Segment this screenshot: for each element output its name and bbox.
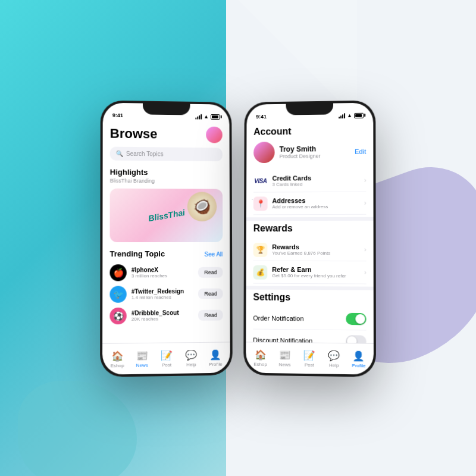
bar4r [344, 113, 345, 118]
bar3 [199, 115, 200, 120]
profile-label-right: Profile [352, 362, 365, 368]
account-screen: Account Troy Smith Product Designer Edit [246, 120, 374, 343]
avatar-circle[interactable] [206, 127, 223, 143]
browse-header: Browse [110, 126, 223, 143]
section-divider-1 [246, 217, 374, 221]
visa-icon: VISA [253, 176, 268, 186]
news-icon: 📰 [136, 350, 148, 361]
battery-icon-right [354, 112, 364, 118]
refer-title: Refer & Earn [272, 266, 359, 274]
trend-reach-2: 1.4 million reaches [131, 295, 194, 300]
post-icon-right: 📝 [303, 349, 315, 361]
user-name: Troy Smith [280, 145, 350, 154]
refer-row[interactable]: 💰 Refer & Earn Get $5.00 for every frien… [253, 261, 366, 284]
trend-name-2: #Twitter_Redesign [131, 288, 194, 295]
addresses-row[interactable]: 📍 Addresses Add or remove an address › [253, 192, 367, 215]
trend-item-2: 🐦 #Twitter_Redesign 1.4 million reaches … [109, 286, 223, 303]
toggle-knob-discount [347, 336, 356, 343]
post-label-right: Post [305, 362, 314, 367]
eshop-icon: 🏠 [111, 350, 123, 362]
refer-info: Refer & Earn Get $5.00 for every friend … [272, 266, 359, 279]
browse-screen: Browse 🔍 Search Topics Highlights BlissT… [102, 120, 230, 343]
refer-icon: 💰 [253, 267, 268, 277]
chevron-addresses: › [364, 200, 366, 206]
edit-button[interactable]: Edit [355, 148, 366, 155]
signal-icon [195, 114, 202, 120]
trend-icon-dribbble: ⚽ [109, 308, 126, 325]
credit-cards-row[interactable]: VISA Credit Cards 3 Cards linked › [253, 170, 366, 193]
trend-name-3: #Dribbble_Scout [131, 309, 194, 317]
help-label: Help [186, 362, 196, 367]
read-btn-1[interactable]: Read [198, 267, 223, 278]
trend-name-1: #IphoneX [131, 267, 194, 273]
user-info: Troy Smith Product Designer [280, 145, 350, 159]
rewards-row[interactable]: 🏆 Rewards You've Earned 8,876 Points › [253, 239, 367, 261]
news-label: News [136, 362, 148, 368]
map-icon: 📍 [253, 199, 268, 208]
profile-icon-left: 👤 [209, 349, 221, 360]
addresses-title: Addresses [272, 197, 359, 205]
credit-cards-title: Credit Cards [273, 174, 359, 182]
browse-title: Browse [110, 126, 158, 142]
nav-news-left[interactable]: 📰 News [130, 349, 155, 368]
news-icon-right: 📰 [279, 349, 291, 361]
browse-content: Browse 🔍 Search Topics Highlights BlissT… [102, 120, 230, 334]
order-notification-label: Order Notification [253, 315, 346, 322]
nav-news-right[interactable]: 📰 News [273, 349, 297, 367]
phone-inner-left: 9:41 ▲ [102, 103, 230, 375]
eshop-label: Eshop [111, 362, 124, 368]
highlights-label: Highlights [110, 168, 223, 177]
trophy-icon: 🏆 [253, 245, 268, 254]
discount-notification-row: Discount Notification [253, 330, 367, 343]
rewards-info: Rewards You've Earned 8,876 Points [272, 243, 359, 256]
rewards-icon-bg: 🏆 [253, 242, 268, 256]
rewards-subtitle: You've Earned 8,876 Points [272, 250, 359, 256]
nav-eshop-right[interactable]: 🏠 Eshop [248, 349, 273, 367]
chevron-credit-cards: › [364, 177, 366, 184]
scene: 9:41 ▲ [0, 0, 476, 476]
chevron-refer: › [364, 269, 366, 275]
nav-help-left[interactable]: 💬 Help [179, 349, 203, 367]
read-btn-2[interactable]: Read [198, 289, 223, 299]
search-icon: 🔍 [116, 151, 123, 157]
order-notification-row: Order Notification [253, 308, 366, 331]
trend-reach-3: 20K reaches [131, 316, 194, 322]
help-icon-right: 💬 [328, 350, 340, 361]
order-notification-toggle[interactable] [346, 313, 366, 325]
map-icon-bg: 📍 [253, 196, 268, 211]
toggle-knob-order [355, 314, 365, 324]
highlight-overlay: BlissThai [148, 208, 186, 223]
search-bar[interactable]: 🔍 Search Topics [110, 147, 223, 162]
read-btn-3[interactable]: Read [198, 310, 223, 321]
coconut-decoration: 🥥 [187, 192, 217, 221]
nav-post-left[interactable]: 📝 Post [154, 349, 178, 368]
nav-profile-left[interactable]: 👤 Profile [203, 349, 228, 367]
phones-container: 9:41 ▲ [101, 101, 375, 375]
status-right-left: ▲ [195, 114, 220, 120]
account-content: Account Troy Smith Product Designer Edit [246, 120, 374, 343]
see-all-button[interactable]: See All [205, 251, 223, 258]
help-label-right: Help [329, 362, 339, 368]
profile-icon-right: 👤 [353, 350, 365, 362]
trending-header: Trending Topic See All [109, 249, 223, 259]
time-left: 9:41 [112, 112, 123, 118]
bar1 [195, 118, 196, 120]
search-placeholder: Search Topics [126, 151, 164, 158]
refer-icon-bg: 💰 [253, 265, 268, 279]
profile-label-left: Profile [209, 361, 223, 367]
highlight-card[interactable]: BlissThai 🥥 [110, 189, 223, 242]
nav-post-right[interactable]: 📝 Post [297, 349, 321, 368]
addresses-info: Addresses Add or remove an address [272, 197, 359, 210]
bottom-nav-right: 🏠 Eshop 📰 News 📝 Post 💬 Help [246, 342, 374, 374]
battery-fill-left [212, 115, 218, 118]
phone-inner-right: 9:41 ▲ [246, 103, 374, 375]
phone-account: 9:41 ▲ [244, 101, 375, 377]
nav-help-right[interactable]: 💬 Help [322, 349, 347, 368]
eshop-icon-right: 🏠 [255, 349, 267, 360]
visa-logo-text: VISA [254, 178, 267, 184]
nav-profile-right[interactable]: 👤 Profile [346, 350, 371, 368]
nav-eshop-left[interactable]: 🏠 Eshop [105, 350, 130, 368]
help-icon: 💬 [185, 349, 197, 361]
status-right-right: ▲ [339, 112, 364, 119]
discount-notification-toggle[interactable] [346, 335, 366, 343]
